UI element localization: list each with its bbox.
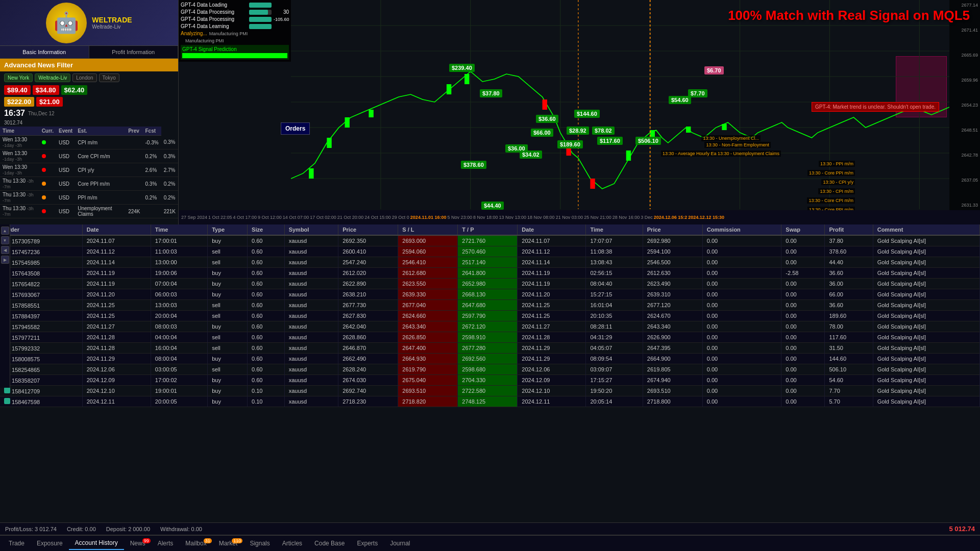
td-time: 20:00:04 bbox=[151, 311, 207, 321]
gpt-signal-box: GPT-4: Market trend is unclear. Shouldn'… bbox=[812, 102, 939, 112]
news-td-dot bbox=[39, 136, 56, 149]
gpt-val-2: 30 bbox=[274, 9, 289, 15]
td-time: 13:00:03 bbox=[151, 300, 207, 311]
td-tp: 2722.580 bbox=[458, 386, 518, 396]
td-profit: 54.60 bbox=[825, 375, 873, 386]
td-ctime: 17:07:07 bbox=[586, 235, 643, 246]
tl-14: 18 Nov 08:00 bbox=[527, 215, 555, 220]
td-symbol: xauusd bbox=[284, 300, 338, 311]
td-cdate: 2024.11.19 bbox=[518, 268, 586, 279]
td-price: 2718.230 bbox=[338, 396, 398, 407]
td-time: 06:00:03 bbox=[151, 289, 207, 300]
trade-table-row: 158467598 2024.12.11 20:00:05 buy 0.10 x… bbox=[0, 396, 980, 407]
td-cdate: 2024.11.19 bbox=[518, 279, 586, 289]
td-time: 08:00:04 bbox=[151, 354, 207, 364]
td-sl: 2693.000 bbox=[398, 235, 458, 246]
td-type: buy bbox=[208, 354, 248, 364]
tab-trade[interactable]: Trade bbox=[3, 537, 31, 549]
news-td-prev: 0.2% bbox=[143, 149, 161, 163]
svg-rect-23 bbox=[722, 124, 726, 130]
td-symbol: xauusd bbox=[284, 343, 338, 354]
tab-signals[interactable]: Signals bbox=[243, 537, 276, 549]
news-td-prev: -0.3% bbox=[143, 136, 161, 149]
td-size: 0.60 bbox=[248, 279, 285, 289]
news-td-dot bbox=[39, 177, 56, 191]
credit-label: Credit: 0.00 bbox=[67, 526, 96, 532]
trade-table-row: 157457236 2024.11.12 11:00:03 sell 0.60 … bbox=[0, 246, 980, 257]
tab-basic-info[interactable]: Basic Information bbox=[0, 46, 89, 58]
td-size: 0.60 bbox=[248, 257, 285, 268]
td-time: 16:00:04 bbox=[151, 343, 207, 354]
tab-mailbox[interactable]: Mailbox31 bbox=[179, 537, 212, 549]
tab-account-history[interactable]: Account History bbox=[69, 537, 124, 550]
td-comm: 0.00 bbox=[702, 364, 781, 375]
td-time: 20:00:05 bbox=[151, 396, 207, 407]
orders-label: Orders bbox=[285, 125, 305, 132]
td-type: sell bbox=[208, 343, 248, 354]
td-order: 158358207 bbox=[0, 375, 82, 386]
td-ctime: 20:05:14 bbox=[586, 396, 643, 407]
td-type: sell bbox=[208, 300, 248, 311]
td-comm: 0.00 bbox=[702, 246, 781, 257]
trade-table-row: 157643508 2024.11.19 19:00:06 buy 0.60 x… bbox=[0, 268, 980, 279]
toolbar-btn-2[interactable]: ▼ bbox=[1, 236, 9, 244]
price-badge-2: $34.80 bbox=[33, 85, 59, 95]
td-price: 2646.870 bbox=[338, 343, 398, 354]
tab-journal[interactable]: Journal bbox=[384, 537, 416, 549]
news-td-prev: 0.2% bbox=[143, 191, 161, 205]
tab-alerts[interactable]: Alerts bbox=[152, 537, 180, 549]
td-swap: 0.00 bbox=[781, 311, 825, 321]
trade-table-row: 157977211 2024.11.28 04:00:04 sell 0.60 … bbox=[0, 332, 980, 343]
toolbar-btn-1[interactable]: ▲ bbox=[1, 227, 9, 235]
td-tp: 2672.120 bbox=[458, 321, 518, 332]
td-swap: 0.00 bbox=[781, 289, 825, 300]
td-symbol: xauusd bbox=[284, 375, 338, 386]
bottom-tabs: Trade Exposure Account History News99 Al… bbox=[0, 535, 980, 551]
td-profit: 36.60 bbox=[825, 268, 873, 279]
td-price: 2547.240 bbox=[338, 257, 398, 268]
td-ctime: 15:27:15 bbox=[586, 289, 643, 300]
tab-code-base[interactable]: Code Base bbox=[308, 537, 351, 549]
td-date: 2024.11.25 bbox=[82, 300, 151, 311]
news-label-1: 13:30 - Unemployment Cl... bbox=[701, 135, 761, 141]
td-symbol: xauusd bbox=[284, 354, 338, 364]
td-comm: 0.00 bbox=[702, 257, 781, 268]
td-type: sell bbox=[208, 311, 248, 321]
tab-exposure[interactable]: Exposure bbox=[31, 537, 69, 549]
gpt-label-4: GPT-4 Data Learning bbox=[181, 23, 247, 29]
news-label-4: 13:30 - PPI m/m bbox=[819, 161, 855, 167]
td-cdate: 2024.11.29 bbox=[518, 354, 586, 364]
td-comment: Gold Scalping AI[sl] bbox=[873, 246, 979, 257]
news-td-fcst: 0.2% bbox=[161, 177, 178, 191]
gpt-row-3: GPT-4 Data Processing -105.60 bbox=[181, 16, 289, 22]
tab-news[interactable]: News99 bbox=[124, 537, 152, 549]
chart-area: GPT-4 Data Loading GPT-4 Data Processing… bbox=[179, 0, 980, 224]
td-price: 2628.860 bbox=[338, 332, 398, 343]
tl-2: 1 Oct 22:05 bbox=[208, 215, 232, 220]
toolbar-btn-4[interactable]: ▶ bbox=[1, 256, 9, 264]
th-profit: Profit bbox=[825, 224, 873, 235]
news-td-est bbox=[126, 177, 142, 191]
tl-17: 28 Nov 16:00 bbox=[612, 215, 640, 220]
td-date: 2024.11.19 bbox=[82, 268, 151, 279]
td-time: 08:00:03 bbox=[151, 321, 207, 332]
svg-rect-14 bbox=[309, 168, 313, 179]
news-td-event: PPI m/m bbox=[75, 191, 126, 205]
price-label-14: $44.40 bbox=[481, 202, 504, 210]
gpt-bar-1 bbox=[249, 3, 272, 8]
price-label-12: $506.10 bbox=[635, 137, 661, 145]
td-order: 158412709 bbox=[0, 386, 82, 396]
td-order: 157884397 bbox=[0, 311, 82, 321]
news-events-table: Time Curr. Event Est. Prev Fcst Wen 13:3… bbox=[0, 127, 178, 218]
tab-profit-info[interactable]: Profit Information bbox=[89, 46, 179, 58]
price-label-6: $78.02 bbox=[592, 127, 615, 135]
td-comment: Gold Scalping AI[sl] bbox=[873, 321, 979, 332]
td-cprice: 2612.630 bbox=[643, 268, 702, 279]
tab-experts[interactable]: Experts bbox=[351, 537, 384, 549]
tab-articles[interactable]: Articles bbox=[276, 537, 308, 549]
tab-market[interactable]: Market110 bbox=[213, 537, 244, 549]
market-badge: 110 bbox=[232, 538, 242, 543]
signal-prediction: GPT-4 Signal Prediction bbox=[181, 45, 289, 60]
toolbar-btn-3[interactable]: ◀ bbox=[1, 246, 9, 254]
td-comm: 0.00 bbox=[702, 343, 781, 354]
